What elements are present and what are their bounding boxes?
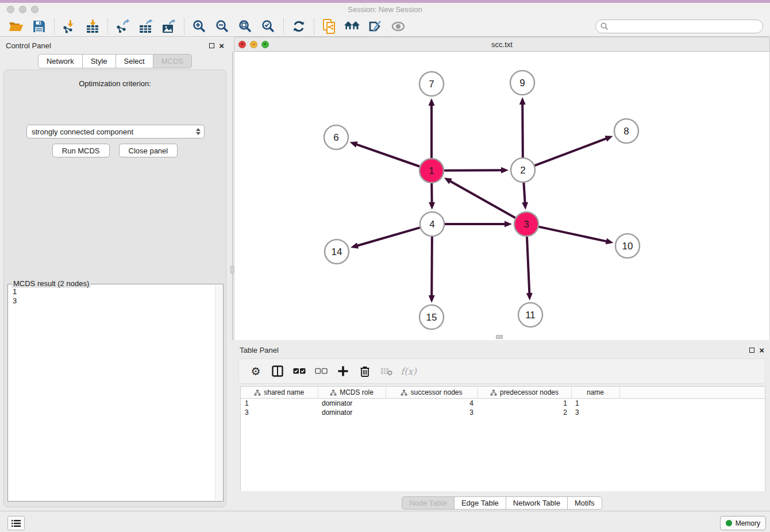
- apply-layout-icon[interactable]: [290, 18, 307, 35]
- table-panel-title: Table Panel: [240, 346, 279, 354]
- zoom-in-icon[interactable]: [191, 18, 208, 35]
- node-table[interactable]: shared nameMCDS rolesuccessor nodesprede…: [241, 386, 765, 417]
- function-builder-icon[interactable]: f(x): [401, 363, 417, 379]
- export-image-icon[interactable]: [160, 18, 178, 35]
- graph-edge-2-8[interactable]: [535, 138, 607, 166]
- memory-button[interactable]: Memory: [720, 516, 766, 530]
- graph-edge-3-11[interactable]: [527, 237, 529, 294]
- graph-edge-3-1[interactable]: [449, 181, 515, 218]
- table-settings-gear-icon[interactable]: ⚙: [248, 363, 264, 379]
- open-session-icon[interactable]: [7, 18, 25, 35]
- table-cell-shared-name[interactable]: 1: [241, 399, 318, 408]
- table-cell-mcds-role[interactable]: dominator: [318, 399, 386, 408]
- graph-edge-arrowhead: [522, 202, 528, 210]
- show-columns-icon[interactable]: [270, 363, 286, 379]
- graph-node-9[interactable]: 9: [510, 71, 534, 95]
- search-box[interactable]: [595, 20, 763, 33]
- delete-column-icon[interactable]: [357, 363, 373, 379]
- table-cell-shared-name[interactable]: 3: [241, 408, 318, 417]
- hide-labels-icon[interactable]: [367, 18, 384, 35]
- float-table-panel-icon[interactable]: [749, 348, 754, 353]
- graph-node-15[interactable]: 15: [419, 305, 444, 329]
- column-header-shared-name[interactable]: shared name: [241, 387, 318, 399]
- network-splitter-grip[interactable]: [496, 335, 503, 339]
- svg-text:11: 11: [525, 310, 536, 321]
- vertical-splitter[interactable]: [230, 37, 234, 508]
- tab-mcds[interactable]: MCDS: [153, 54, 192, 68]
- graph-node-4[interactable]: 4: [420, 212, 444, 236]
- task-history-button[interactable]: [7, 516, 25, 530]
- table-cell-predecessor-nodes[interactable]: 2: [478, 408, 571, 417]
- close-panel-icon[interactable]: ×: [219, 41, 224, 50]
- export-table-icon[interactable]: [137, 18, 155, 35]
- network-graph[interactable]: 7968124314101511: [234, 52, 769, 340]
- table-cell-name[interactable]: 1: [571, 399, 619, 408]
- graph-edge-1-6[interactable]: [356, 144, 419, 167]
- graph-node-11[interactable]: 11: [518, 303, 542, 327]
- export-network-icon[interactable]: [114, 18, 132, 35]
- import-table-icon[interactable]: [84, 18, 101, 35]
- graph-edge-2-3[interactable]: [523, 183, 525, 203]
- graph-node-6[interactable]: 6: [324, 125, 348, 149]
- clone-network-icon[interactable]: [321, 18, 338, 35]
- delete-table-icon[interactable]: [379, 363, 395, 379]
- deselect-all-columns-icon[interactable]: [313, 363, 329, 379]
- graph-edge-arrowhead: [606, 238, 614, 245]
- eye-icon[interactable]: [390, 18, 407, 35]
- graph-node-8[interactable]: 8: [614, 119, 638, 143]
- network-window-title: scc.txt: [234, 40, 769, 49]
- import-network-icon[interactable]: [61, 18, 78, 35]
- graph-node-10[interactable]: 10: [615, 234, 640, 258]
- graph-edge-2-9[interactable]: [522, 103, 523, 157]
- run-mcds-button[interactable]: Run MCDS: [52, 144, 110, 157]
- column-header-name[interactable]: name: [571, 387, 619, 399]
- column-header-predecessor-nodes[interactable]: predecessor nodes: [478, 387, 571, 399]
- result-scrollbar[interactable]: [215, 285, 222, 500]
- table-tab-node-table[interactable]: Node Table: [402, 496, 455, 510]
- graph-edge-4-15[interactable]: [432, 237, 432, 296]
- graph-edge-4-14[interactable]: [357, 228, 420, 246]
- toolbar-separator: [107, 18, 108, 34]
- zoom-fit-icon[interactable]: [237, 18, 254, 35]
- close-panel-button[interactable]: Close panel: [119, 144, 178, 157]
- close-table-panel-icon[interactable]: ×: [759, 346, 764, 354]
- dropdown-stepper-icon: [196, 128, 201, 135]
- graph-node-14[interactable]: 14: [325, 240, 349, 264]
- graph-edge-3-10[interactable]: [539, 227, 607, 242]
- graph-edge-1-2[interactable]: [444, 170, 502, 171]
- mcds-result-list: 13: [8, 284, 223, 309]
- svg-text:9: 9: [519, 78, 525, 88]
- add-column-icon[interactable]: [335, 363, 351, 379]
- float-panel-icon[interactable]: [209, 43, 214, 48]
- table-cell-predecessor-nodes[interactable]: 1: [478, 399, 571, 408]
- zoom-out-icon[interactable]: [214, 18, 231, 35]
- status-bar: Memory: [0, 511, 770, 532]
- table-tab-motifs[interactable]: Motifs: [568, 496, 602, 510]
- save-session-icon[interactable]: [30, 18, 48, 35]
- table-tab-network-table[interactable]: Network Table: [506, 496, 568, 510]
- tab-style[interactable]: Style: [83, 54, 116, 68]
- table-tab-edge-table[interactable]: Edge Table: [455, 496, 506, 510]
- network-window-titlebar[interactable]: × − + scc.txt: [234, 37, 770, 52]
- table-row[interactable]: 1dominator411: [241, 399, 765, 408]
- tab-select[interactable]: Select: [116, 54, 153, 68]
- houses-icon[interactable]: [344, 18, 361, 35]
- graph-node-3[interactable]: 3: [514, 212, 538, 236]
- table-cell-successor-nodes[interactable]: 3: [386, 408, 478, 417]
- table-row[interactable]: 3dominator323: [241, 408, 765, 417]
- zoom-selected-icon[interactable]: [260, 18, 277, 35]
- toolbar-separator: [54, 18, 55, 34]
- column-header-successor-nodes[interactable]: successor nodes: [386, 387, 478, 399]
- column-header-mcds-role[interactable]: MCDS role: [318, 387, 386, 399]
- network-canvas[interactable]: 7968124314101511: [234, 52, 770, 340]
- table-cell-name[interactable]: 3: [571, 408, 619, 417]
- search-input[interactable]: [609, 22, 758, 30]
- tab-network[interactable]: Network: [38, 54, 83, 68]
- criterion-dropdown[interactable]: strongly connected component: [26, 125, 205, 138]
- graph-node-7[interactable]: 7: [419, 72, 444, 96]
- select-all-columns-icon[interactable]: [291, 363, 307, 379]
- graph-node-1[interactable]: 1: [419, 159, 444, 183]
- graph-node-2[interactable]: 2: [511, 158, 535, 182]
- table-cell-successor-nodes[interactable]: 4: [386, 399, 478, 408]
- table-cell-mcds-role[interactable]: dominator: [318, 408, 386, 417]
